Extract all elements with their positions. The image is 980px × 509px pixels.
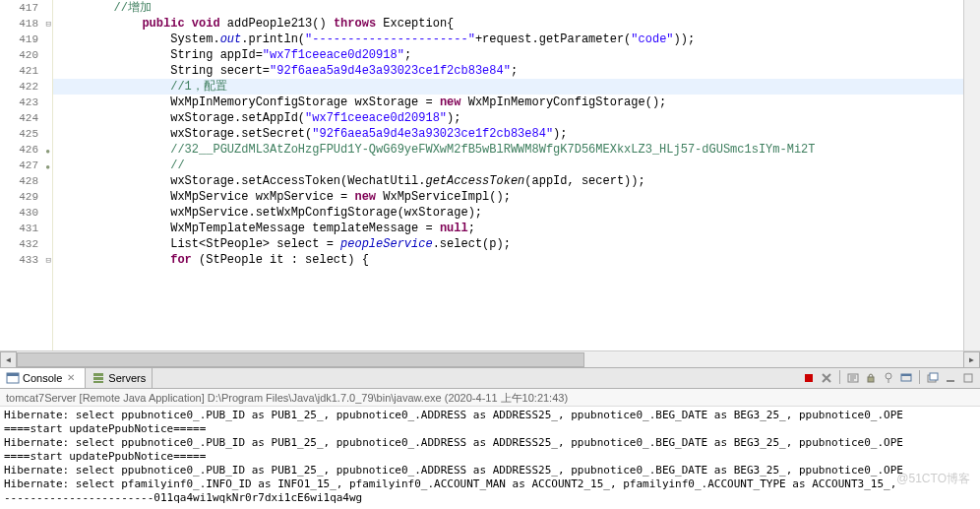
tab-servers-label: Servers [108,372,146,384]
code-line[interactable]: WxMpService wxMpService = new WxMpServic… [53,189,963,205]
console-line: ====start updatePpubNotice===== [4,450,976,464]
line-number[interactable]: 428 [0,173,52,189]
line-number[interactable]: 425 [0,126,52,142]
svg-rect-4 [93,381,103,383]
code-line[interactable]: System.out.println("--------------------… [53,32,963,47]
remove-launch-icon[interactable] [819,370,834,386]
pin-console-icon[interactable] [881,370,896,386]
code-line[interactable]: WxMpInMemoryConfigStorage wxStorage = ne… [53,95,963,110]
svg-rect-14 [964,374,972,382]
svg-rect-10 [901,374,911,376]
svg-rect-7 [868,377,874,382]
line-number[interactable]: 426 [0,142,52,158]
line-number[interactable]: 430 [0,205,52,221]
line-number[interactable]: 427 [0,158,52,173]
code-line[interactable]: //1，配置 [53,79,963,95]
line-number[interactable]: 431 [0,221,52,236]
line-number[interactable]: 419 [0,32,52,47]
scroll-thumb[interactable] [17,352,584,367]
code-line[interactable]: wxStorage.setAccessToken(WechatUtil.getA… [53,173,963,189]
line-number[interactable]: 421 [0,63,52,79]
servers-icon [92,371,105,385]
svg-point-8 [886,373,891,379]
svg-rect-1 [7,373,19,376]
line-number[interactable]: 432 [0,236,52,252]
svg-rect-5 [805,374,813,382]
code-line[interactable]: for (StPeople it : select) { [53,252,963,268]
scroll-track[interactable] [17,352,963,367]
svg-rect-12 [930,373,938,380]
console-output[interactable]: Hibernate: select ppubnotice0_.PUB_ID as… [0,407,980,505]
console-toolbar [801,370,980,386]
code-line[interactable]: wxStorage.setAppId("wx7f1ceeace0d20918")… [53,110,963,126]
watermark: @51CTO博客 [896,471,970,487]
tab-console-close[interactable]: ✕ [67,372,79,384]
bottom-panel-tabs: Console ✕ Servers [0,367,980,389]
scroll-left-button[interactable]: ◀ [0,351,17,368]
scroll-right-button[interactable]: ▶ [963,351,980,368]
open-console-icon[interactable] [925,370,941,386]
line-number-gutter[interactable]: 4174184194204214224234244254264274284294… [0,0,53,350]
clear-console-icon[interactable] [845,370,861,386]
line-number[interactable]: 429 [0,189,52,205]
svg-rect-3 [93,377,103,380]
code-line[interactable]: wxStorage.setSecret("92f6aea5a9d4e3a9302… [53,126,963,142]
line-number[interactable]: 422 [0,79,52,95]
console-line: Hibernate: select pfamilyinf0_.INFO_ID a… [4,477,976,491]
code-line[interactable]: //32__PGUZdML3AtZoHzgFPUd1Y-QwG69yeFWXwM… [53,142,963,158]
horizontal-scrollbar[interactable]: ◀ ▶ [0,350,980,367]
console-line: Hibernate: select ppubnotice0_.PUB_ID as… [4,436,976,450]
terminate-icon[interactable] [801,370,817,386]
code-line[interactable]: wxMpService.setWxMpConfigStorage(wxStora… [53,205,963,221]
minimize-icon[interactable] [943,370,958,386]
tab-console[interactable]: Console ✕ [0,368,86,388]
line-number[interactable]: 423 [0,95,52,110]
line-number[interactable]: 424 [0,110,52,126]
line-number[interactable]: 417 [0,0,52,16]
code-line[interactable]: String appId="wx7f1ceeace0d20918"; [53,47,963,63]
svg-rect-2 [93,373,103,376]
svg-rect-13 [947,380,954,382]
tab-servers[interactable]: Servers [86,368,153,388]
vertical-scrollbar[interactable] [963,0,980,350]
code-content[interactable]: //增加 public void addPeople213() throws E… [53,0,963,350]
console-line: Hibernate: select ppubnotice0_.PUB_ID as… [4,409,976,422]
code-line[interactable]: String secert="92f6aea5a9d4e3a93023ce1f2… [53,63,963,79]
console-line: -----------------------011qa4wi1wqkNr0r7… [4,491,976,505]
code-line[interactable]: //增加 [53,0,963,16]
code-line[interactable]: // [53,158,963,173]
line-number[interactable]: 420 [0,47,52,63]
maximize-icon[interactable] [960,370,976,386]
tab-console-label: Console [23,372,62,384]
scroll-lock-icon[interactable] [863,370,879,386]
console-line: Hibernate: select ppubnotice0_.PUB_ID as… [4,464,976,477]
console-icon [6,371,20,385]
code-line[interactable]: WxMpTemplateMessage templateMessage = nu… [53,221,963,236]
line-number[interactable]: 418 [0,16,52,32]
console-line: ====start updatePpubNotice===== [4,422,976,436]
console-launch-info: tomcat7Server [Remote Java Application] … [0,389,980,407]
code-editor[interactable]: 4174184194204214224234244254264274284294… [0,0,980,350]
code-line[interactable]: public void addPeople213() throws Except… [53,16,963,32]
display-console-icon[interactable] [898,370,914,386]
code-line[interactable]: List<StPeople> select = peopleService.se… [53,236,963,252]
line-number[interactable]: 433 [0,252,52,268]
